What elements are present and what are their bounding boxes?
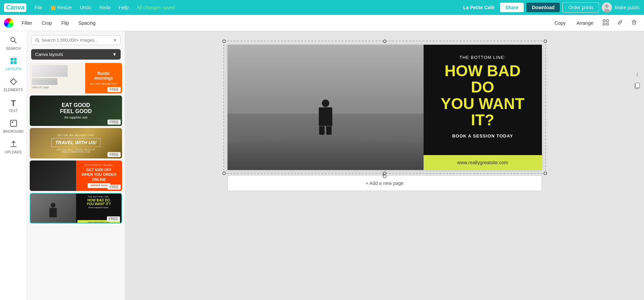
canvas-page: THE BOTTOM LINE: HOW BAD DO YOU WANT IT?… (228, 45, 542, 170)
crop-button[interactable]: Crop (38, 18, 56, 28)
layouts-icon (10, 57, 17, 66)
canva-logo: Canva (4, 3, 26, 12)
design-subtitle: THE BOTTOM LINE: (432, 55, 534, 60)
text-icon: T (11, 99, 16, 108)
canvas-area[interactable]: ↻ (125, 31, 644, 300)
sidebar-uploads-label: UPLOADS (5, 150, 22, 154)
sidebar-bkground-label: BKGROUND (3, 130, 23, 133)
svg-rect-6 (606, 23, 609, 25)
sidebar-item-search[interactable]: SEARCH (2, 34, 25, 53)
search-chevron-icon: ▼ (113, 38, 117, 43)
svg-line-24 (38, 41, 40, 42)
arrange-button[interactable]: Arrange (572, 18, 597, 28)
design-headline: HOW BAD DO YOU WANT IT? (432, 63, 534, 128)
svg-rect-5 (603, 23, 605, 25)
svg-line-12 (14, 41, 16, 43)
toolbar-right-actions: Copy Arrange (551, 17, 640, 29)
spacing-button[interactable]: Spacing (74, 18, 100, 28)
search-box[interactable]: ▼ (31, 35, 121, 45)
uploads-icon (10, 140, 17, 149)
free-badge-5: FREE (107, 216, 120, 221)
flip-button[interactable]: Flip (57, 18, 73, 28)
delete-icon-button[interactable] (628, 17, 640, 29)
save-status: All changes saved (137, 5, 175, 10)
handle-bottom-left[interactable] (222, 172, 226, 175)
svg-rect-8 (633, 20, 635, 21)
resize-icon: 👑 (50, 5, 56, 10)
svg-rect-13 (10, 58, 13, 61)
handle-top-left[interactable] (222, 40, 226, 43)
template-eatgood[interactable]: EAT GOODFEEL GOOD the sapphire club FREE (30, 95, 122, 126)
template-discount[interactable]: RISTORANTE ITALIANO GET $100 OFFWHEN YOU… (30, 160, 122, 191)
svg-point-1 (605, 4, 609, 8)
canvas-wrapper: ↻ (228, 45, 542, 170)
svg-rect-4 (606, 20, 609, 22)
dropdown-label: Canva layouts (35, 52, 63, 57)
handle-top-right[interactable] (544, 40, 547, 43)
elements-icon (10, 78, 17, 87)
resize-button[interactable]: 👑 Resize (48, 3, 75, 12)
free-badge-4: FREE (108, 185, 121, 190)
redo-button[interactable]: Redo (97, 3, 113, 12)
search-icon-small (35, 38, 40, 43)
project-name: La Petite Café (463, 5, 495, 10)
sidebar-layouts-label: LAYOUTS (5, 67, 21, 71)
filter-button[interactable]: Filter (18, 18, 36, 28)
layouts-panel: ▼ Canva layouts ▼ OPEN AT 10AM Rusticmor… (27, 31, 125, 300)
avatar[interactable] (602, 2, 612, 13)
make-public-button[interactable]: Make public (615, 5, 640, 10)
duplicate-icon (634, 82, 641, 89)
sidebar-search-label: SEARCH (6, 47, 21, 50)
sidebar-item-layouts[interactable]: LAYOUTS (2, 55, 25, 74)
sidebar-item-uploads[interactable]: UPLOADS (2, 137, 25, 157)
template-travel[interactable]: GO ON AN ADVENTURE TRAVEL WITH US! GET T… (30, 128, 122, 158)
text-section: THE BOTTOM LINE: HOW BAD DO YOU WANT IT?… (424, 45, 542, 170)
sidebar-item-elements[interactable]: ELEMENTS (2, 75, 25, 94)
help-menu[interactable]: Help (116, 3, 131, 12)
main-layout: SEARCH LAYOUTS ELEMENTS T TEXT BKGROUND (0, 31, 644, 300)
copy-button[interactable]: Copy (551, 18, 570, 28)
svg-rect-3 (603, 20, 605, 22)
file-menu[interactable]: File (32, 3, 45, 12)
color-wheel[interactable] (4, 18, 14, 28)
share-button[interactable]: Share (500, 3, 524, 12)
grid-icon (603, 19, 609, 25)
svg-rect-14 (14, 58, 17, 61)
order-prints-button[interactable]: Order prints (563, 2, 599, 13)
svg-rect-20 (12, 122, 13, 123)
design-url-bar: www.reallygreatsite.com (424, 155, 542, 170)
template-rustic[interactable]: OPEN AT 10AM Rusticmornings ALL DAY BREA… (30, 63, 122, 93)
sidebar-item-background[interactable]: BKGROUND (2, 117, 25, 136)
page-number: 1 (636, 72, 638, 77)
free-badge-3: FREE (108, 152, 121, 157)
svg-point-23 (35, 39, 38, 41)
duplicate-page-button[interactable] (634, 82, 641, 90)
photo-section (228, 45, 424, 170)
handle-bottom-right[interactable] (544, 172, 547, 175)
free-badge: FREE (108, 87, 121, 92)
rotate-handle[interactable]: ↻ (382, 173, 387, 180)
template-bottomline[interactable]: THE BOTTOM LINE: HOW BAD DOYOU WANT IT? … (30, 193, 122, 223)
text-content: THE BOTTOM LINE: HOW BAD DO YOU WANT IT?… (432, 55, 534, 138)
sidebar-elements-label: ELEMENTS (4, 88, 23, 92)
photo-placeholder (228, 45, 424, 170)
trash-icon (631, 19, 637, 25)
design-cta: BOOK A SESSION TODAY (432, 133, 534, 138)
grid-icon-button[interactable] (600, 17, 612, 29)
svg-rect-26 (636, 83, 640, 88)
search-icon (10, 37, 17, 46)
top-navigation: Canva File 👑 Resize Undo Redo Help All c… (0, 0, 644, 15)
panel-search-area: ▼ (27, 31, 125, 49)
search-input[interactable] (42, 38, 111, 43)
download-button[interactable]: Download (526, 3, 560, 12)
link-icon-button[interactable] (614, 17, 626, 29)
svg-rect-16 (14, 61, 17, 64)
layouts-dropdown[interactable]: Canva layouts ▼ (31, 49, 121, 60)
undo-button[interactable]: Undo (77, 3, 94, 12)
free-badge-2: FREE (108, 120, 121, 125)
secondary-toolbar: Filter Crop Flip Spacing Copy Arrange (0, 15, 644, 31)
sidebar-item-text[interactable]: T TEXT (2, 96, 25, 115)
svg-marker-17 (10, 79, 17, 85)
handle-top-mid[interactable] (383, 40, 386, 43)
dropdown-chevron-icon: ▼ (112, 52, 117, 57)
